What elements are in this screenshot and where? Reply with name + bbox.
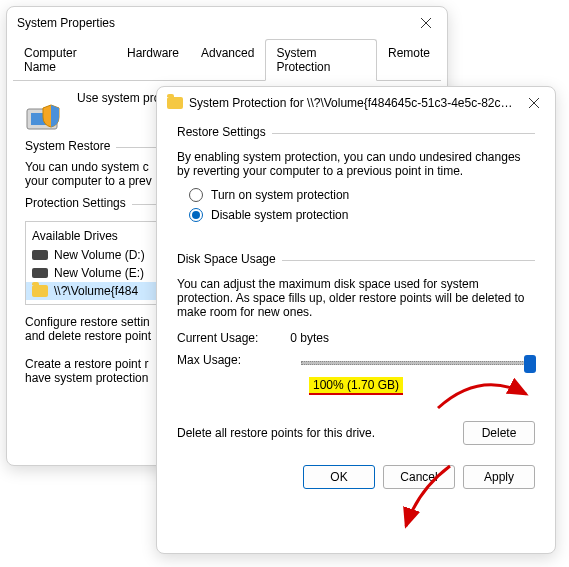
tab-system-protection[interactable]: System Protection [265,39,377,81]
delete-restore-points-text: Delete all restore points for this drive… [177,426,463,440]
disk-space-text: You can adjust the maximum disk space us… [177,277,535,319]
radio-turn-on[interactable]: Turn on system protection [189,188,535,202]
restore-settings-text: By enabling system protection, you can u… [177,150,535,178]
cancel-button[interactable]: Cancel [383,465,455,489]
tab-bar: Computer Name Hardware Advanced System P… [13,39,441,81]
drive-list-header: Available Drives [26,226,159,246]
titlebar: System Protection for \\?\Volume{f484645… [157,87,555,119]
current-usage-value: 0 bytes [290,331,329,345]
drive-row[interactable]: New Volume (E:) [26,264,159,282]
close-icon[interactable] [411,11,441,35]
radio-off-icon [189,188,203,202]
drive-list[interactable]: Available Drives New Volume (D:) New Vol… [25,221,160,305]
system-protection-dialog: System Protection for \\?\Volume{f484645… [156,86,556,554]
tab-computer-name[interactable]: Computer Name [13,39,116,80]
restore-settings-group: Restore Settings By enabling system prot… [177,133,535,234]
close-icon[interactable] [519,91,549,115]
dialog-title: System Protection for \\?\Volume{f484645… [189,96,519,110]
tab-remote[interactable]: Remote [377,39,441,80]
window-title: System Properties [17,16,411,30]
apply-button[interactable]: Apply [463,465,535,489]
radio-on-icon [189,208,203,222]
titlebar: System Properties [7,7,447,39]
drive-label: New Volume (D:) [54,248,145,262]
disk-icon [32,268,48,278]
current-usage-label: Current Usage: [177,331,287,345]
system-restore-legend: System Restore [25,139,116,153]
disk-space-legend: Disk Space Usage [177,252,282,266]
drive-label: \\?\Volume{f484 [54,284,138,298]
disk-space-group: Disk Space Usage You can adjust the maxi… [177,260,535,451]
disk-icon [32,250,48,260]
delete-button[interactable]: Delete [463,421,535,445]
folder-icon [32,285,48,297]
max-usage-value-highlight: 100% (1.70 GB) [309,377,403,395]
max-usage-label: Max Usage: [177,353,287,367]
drive-label: New Volume (E:) [54,266,144,280]
drive-row-selected[interactable]: \\?\Volume{f484 [26,282,159,300]
radio-disable[interactable]: Disable system protection [189,208,535,222]
protection-settings-legend: Protection Settings [25,196,132,210]
slider-thumb[interactable] [524,355,536,373]
drive-row[interactable]: New Volume (D:) [26,246,159,264]
radio-turn-on-label: Turn on system protection [211,188,349,202]
max-usage-slider[interactable] [301,361,535,365]
tab-hardware[interactable]: Hardware [116,39,190,80]
folder-icon [167,97,183,109]
restore-settings-legend: Restore Settings [177,125,272,139]
protection-shield-icon [25,91,67,133]
dialog-button-row: OK Cancel Apply [177,465,535,489]
radio-disable-label: Disable system protection [211,208,348,222]
ok-button[interactable]: OK [303,465,375,489]
tab-advanced[interactable]: Advanced [190,39,265,80]
